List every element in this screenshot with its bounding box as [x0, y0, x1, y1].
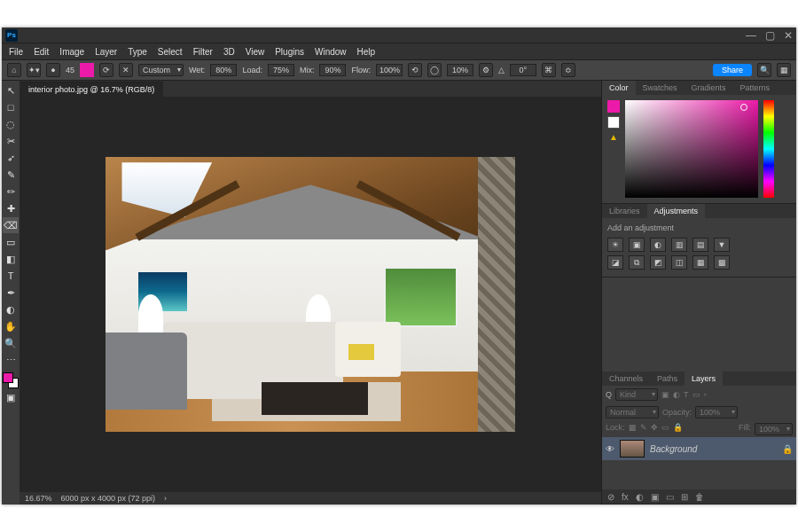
adj-bw-icon[interactable]: ◪	[607, 255, 623, 270]
hue-slider[interactable]	[763, 100, 774, 198]
adj-exposure-icon[interactable]: ▥	[671, 238, 687, 252]
fill-input[interactable]: 100%	[755, 423, 793, 435]
menu-type[interactable]: Type	[128, 47, 147, 57]
opacity-input[interactable]: 100%	[695, 406, 738, 419]
menu-layer[interactable]: Layer	[95, 47, 117, 57]
crop-tool[interactable]: ✂	[3, 133, 19, 149]
lasso-tool[interactable]: ◌	[3, 116, 19, 132]
color-indicator[interactable]	[740, 104, 747, 111]
type-tool[interactable]: T	[3, 268, 19, 284]
menu-filter[interactable]: Filter	[193, 47, 213, 57]
canvas[interactable]	[20, 97, 601, 492]
heal-tool[interactable]: ✚	[3, 200, 19, 216]
mixer-brush-tool[interactable]: ⌫	[3, 217, 19, 233]
new-layer-icon[interactable]: ⊞	[681, 492, 688, 502]
dodge-tool[interactable]: ◧	[3, 251, 19, 267]
brush-preset-picker[interactable]: ●	[46, 63, 60, 77]
workspace-icon[interactable]: ▦	[777, 63, 791, 77]
menu-file[interactable]: File	[9, 47, 23, 57]
filter-image-icon[interactable]: ▣	[661, 390, 669, 399]
filter-adjust-icon[interactable]: ◐	[673, 390, 680, 399]
adj-threshold-icon[interactable]: ▩	[714, 255, 730, 270]
tab-patterns[interactable]: Patterns	[733, 81, 778, 95]
menu-select[interactable]: Select	[158, 47, 183, 57]
menu-window[interactable]: Window	[315, 47, 347, 57]
more-tools[interactable]: ⋯	[3, 352, 19, 368]
angle-input[interactable]: 0°	[510, 64, 536, 76]
smoothing-input[interactable]: 10%	[447, 64, 473, 76]
tab-paths[interactable]: Paths	[650, 372, 685, 386]
menu-plugins[interactable]: Plugins	[275, 47, 304, 57]
clean-brush-icon[interactable]: ⟳	[99, 63, 113, 77]
new-group-icon[interactable]: ▭	[666, 492, 674, 502]
tab-swatches[interactable]: Swatches	[636, 81, 685, 95]
current-color-swatch[interactable]	[80, 63, 94, 77]
layer-mask-icon[interactable]: ◐	[636, 492, 644, 502]
picker-bg-swatch[interactable]	[607, 116, 620, 129]
flow-input[interactable]: 100%	[376, 64, 403, 76]
settings-gear-icon[interactable]: ⚙	[479, 63, 493, 77]
load-brush-icon[interactable]: ✕	[119, 63, 133, 77]
airbrush-icon[interactable]: ⟲	[408, 63, 422, 77]
layer-row-background[interactable]: 👁 Background 🔒	[602, 437, 796, 460]
symmetry-icon[interactable]: ≎	[561, 63, 575, 77]
share-button[interactable]: Share	[713, 64, 752, 76]
wet-input[interactable]: 80%	[210, 64, 237, 76]
foreground-background-colors[interactable]	[3, 372, 19, 388]
lock-artboard-icon[interactable]: ▭	[661, 423, 669, 435]
foreground-color[interactable]	[3, 372, 13, 383]
filter-type-icon[interactable]: T	[684, 390, 689, 399]
home-icon[interactable]: ⌂	[7, 63, 21, 77]
adj-posterize-icon[interactable]: ▦	[692, 255, 708, 270]
doc-info[interactable]: 6000 px x 4000 px (72 ppi)	[61, 494, 156, 503]
adj-vibrance-icon[interactable]: ▤	[692, 238, 708, 252]
layer-lock-icon[interactable]: 🔒	[782, 444, 793, 454]
maximize-button[interactable]: ▢	[765, 29, 775, 42]
brush-tool[interactable]: ✏	[3, 184, 19, 200]
hand-tool[interactable]: ✋	[3, 318, 19, 334]
move-tool[interactable]: ↖	[3, 82, 19, 98]
color-field[interactable]	[625, 100, 758, 198]
adj-levels-icon[interactable]: ▣	[629, 238, 645, 252]
menu-image[interactable]: Image	[59, 47, 84, 57]
adj-channel-mixer-icon[interactable]: ◩	[650, 255, 666, 270]
mix-input[interactable]: 90%	[319, 64, 346, 76]
lock-transparent-icon[interactable]: ▩	[629, 423, 637, 435]
tab-adjustments[interactable]: Adjustments	[647, 204, 706, 218]
shape-tool[interactable]: ◐	[3, 301, 19, 317]
zoom-readout[interactable]: 16.67%	[25, 494, 52, 503]
picker-fg-swatch[interactable]	[607, 100, 620, 113]
new-adjustment-layer-icon[interactable]: ▣	[651, 492, 659, 502]
filter-smart-icon[interactable]: ▫	[704, 390, 707, 399]
menu-edit[interactable]: Edit	[34, 47, 49, 57]
menu-3d[interactable]: 3D	[223, 47, 235, 57]
adj-curves-icon[interactable]: ◐	[650, 238, 666, 252]
eyedropper-tool[interactable]: ✎	[3, 167, 19, 183]
lock-all-icon[interactable]: 🔒	[673, 423, 683, 435]
tab-color[interactable]: Color	[602, 81, 636, 95]
tool-preset-picker[interactable]: ✦▾	[27, 63, 41, 77]
adj-photo-filter-icon[interactable]: ⧉	[629, 255, 645, 270]
frame-tool[interactable]: ➶	[3, 150, 19, 166]
menu-view[interactable]: View	[246, 47, 265, 57]
layer-fx-icon[interactable]: fx	[622, 492, 629, 502]
adj-color-lookup-icon[interactable]: ◫	[671, 255, 687, 270]
minimize-button[interactable]: —	[746, 29, 756, 42]
brush-mode-dropdown[interactable]: Custom	[138, 64, 184, 76]
document-tab[interactable]: interior photo.jpg @ 16.7% (RGB/8)	[20, 82, 163, 97]
tab-gradients[interactable]: Gradients	[685, 81, 733, 95]
doc-info-chevron-icon[interactable]: ›	[164, 494, 167, 503]
blend-mode-dropdown[interactable]: Normal	[606, 406, 659, 419]
pen-tool[interactable]: ✒	[3, 285, 19, 301]
tablet-pressure-icon[interactable]: ⌘	[542, 63, 556, 77]
filter-shape-icon[interactable]: ▭	[692, 390, 700, 399]
layer-filter-dropdown[interactable]: Kind	[615, 388, 658, 401]
marquee-tool[interactable]: □	[3, 99, 19, 115]
link-layers-icon[interactable]: ⊘	[607, 492, 614, 502]
adj-hue-icon[interactable]: ▼	[714, 238, 730, 252]
tab-channels[interactable]: Channels	[602, 372, 650, 386]
tab-libraries[interactable]: Libraries	[602, 204, 647, 218]
tab-layers[interactable]: Layers	[685, 372, 723, 386]
layer-visibility-icon[interactable]: 👁	[606, 444, 614, 454]
close-button[interactable]: ✕	[784, 29, 793, 42]
